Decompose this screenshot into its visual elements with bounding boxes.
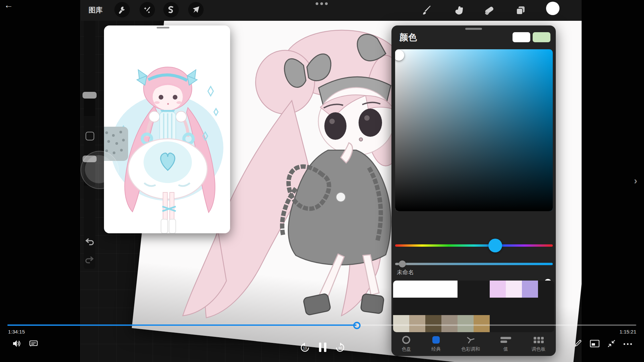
next-chevron[interactable]: › xyxy=(634,175,637,186)
video-progress-knob[interactable] xyxy=(353,322,361,329)
palette-swatch-empty[interactable] xyxy=(506,315,522,332)
top-toolbar: 图库 xyxy=(80,0,582,21)
brush-tool-button[interactable] xyxy=(420,4,433,17)
saturation-slider-knob[interactable] xyxy=(399,260,406,267)
pip-icon xyxy=(590,339,600,348)
disc-icon xyxy=(402,336,410,344)
palette-swatch-empty[interactable] xyxy=(490,298,506,315)
palette-swatch-empty[interactable] xyxy=(538,281,554,298)
eraser-tool-button[interactable] xyxy=(483,4,495,17)
pip-button[interactable] xyxy=(589,339,600,349)
actions-button[interactable] xyxy=(114,2,130,17)
palette-swatch-empty[interactable] xyxy=(474,298,490,315)
palette-swatch[interactable] xyxy=(393,315,409,332)
reference-illustration xyxy=(104,25,230,233)
palette-swatch[interactable] xyxy=(522,281,538,298)
tab-harmony[interactable]: 色彩调和 xyxy=(461,335,480,352)
collapse-arrows-icon xyxy=(607,339,616,348)
annotate-button[interactable] xyxy=(573,339,583,349)
tab-classic[interactable]: 经典 xyxy=(431,335,441,352)
player-menu-dots[interactable] xyxy=(316,2,328,5)
skip-back-label: 10 xyxy=(299,346,311,350)
volume-button[interactable] xyxy=(11,339,21,349)
adjustments-button[interactable] xyxy=(140,2,155,17)
palette-swatch[interactable] xyxy=(458,315,474,332)
palettes-icon xyxy=(534,337,544,343)
undo-icon xyxy=(85,237,95,247)
modify-button[interactable] xyxy=(86,132,94,140)
player-more-button[interactable] xyxy=(621,341,634,347)
video-progress-fill xyxy=(7,324,357,326)
player-back-button[interactable]: ← xyxy=(4,0,13,10)
layers-icon xyxy=(515,5,526,16)
palette-swatch-empty[interactable] xyxy=(474,281,490,298)
palette-swatch-empty[interactable] xyxy=(393,298,409,315)
reference-image-window[interactable] xyxy=(104,25,230,233)
paintbrush-icon xyxy=(421,5,432,16)
tab-disc[interactable]: 色盘 xyxy=(401,335,411,352)
saturation-brightness-picker[interactable] xyxy=(395,49,553,211)
selection-s-icon xyxy=(167,5,175,14)
transform-arrow-icon xyxy=(192,5,200,14)
palette-swatch-empty[interactable] xyxy=(522,315,538,332)
redo-icon xyxy=(85,255,95,265)
undo-button[interactable] xyxy=(85,237,95,247)
palette-swatch[interactable] xyxy=(409,315,425,332)
value-icon xyxy=(500,337,511,343)
tab-value[interactable]: 值 xyxy=(500,335,511,352)
palette-swatch[interactable] xyxy=(393,281,409,298)
palette-swatch[interactable] xyxy=(425,281,441,298)
palette-swatch-empty[interactable] xyxy=(522,298,538,315)
palette-swatch[interactable] xyxy=(441,281,458,298)
classic-icon xyxy=(432,336,440,344)
left-letterbox xyxy=(0,0,80,362)
selection-button[interactable] xyxy=(163,2,179,17)
palette-swatch[interactable] xyxy=(474,315,490,332)
palette-swatch-empty[interactable] xyxy=(538,315,554,332)
palette-swatch-empty[interactable] xyxy=(425,298,441,315)
hue-slider[interactable] xyxy=(395,244,553,247)
palette-swatch-empty[interactable] xyxy=(441,298,458,315)
color-panel-title: 颜色 xyxy=(399,32,417,43)
active-color-button[interactable] xyxy=(546,2,559,15)
magic-wand-icon xyxy=(143,5,152,14)
brush-size-track xyxy=(84,99,95,116)
smudge-tool-button[interactable] xyxy=(452,4,465,17)
palette-swatch[interactable] xyxy=(490,281,506,298)
hue-slider-knob[interactable] xyxy=(488,239,502,252)
wrench-icon xyxy=(118,5,126,14)
palette-swatch[interactable] xyxy=(441,315,458,332)
palette-swatch-empty[interactable] xyxy=(458,298,474,315)
pause-button[interactable] xyxy=(317,341,328,353)
palette-swatch[interactable] xyxy=(425,315,441,332)
color-panel-tab-bar: 色盘 经典 色彩调和 值 调色板 xyxy=(391,335,556,356)
palette-swatch-empty[interactable] xyxy=(538,298,554,315)
reference-window-drag-handle[interactable] xyxy=(157,27,169,28)
video-progress-track[interactable] xyxy=(7,324,636,326)
smudge-finger-icon xyxy=(453,5,464,16)
skip-back-10-button[interactable]: 10 xyxy=(299,341,311,354)
total-time-label: 1:15:21 xyxy=(620,329,636,335)
tab-palettes[interactable]: 调色板 xyxy=(532,335,546,352)
harmony-icon xyxy=(466,336,475,344)
secondary-color-swatch[interactable] xyxy=(533,32,550,42)
exit-fullscreen-button[interactable] xyxy=(606,339,616,349)
transform-button[interactable] xyxy=(188,2,204,17)
primary-color-swatch[interactable] xyxy=(513,32,530,42)
color-panel-drag-handle[interactable] xyxy=(465,28,482,30)
subtitles-button[interactable] xyxy=(29,339,39,349)
touch-indicator xyxy=(80,151,119,189)
palette-swatch-empty[interactable] xyxy=(409,298,425,315)
palette-swatch[interactable] xyxy=(409,281,425,298)
palette-swatch-empty[interactable] xyxy=(490,315,506,332)
brush-size-slider[interactable] xyxy=(83,92,97,99)
redo-button[interactable] xyxy=(85,255,95,265)
saturation-slider[interactable] xyxy=(395,263,553,265)
skip-forward-30-button[interactable]: 30 xyxy=(334,341,346,354)
layers-button[interactable] xyxy=(514,4,527,17)
skip-forward-label: 30 xyxy=(334,346,346,350)
palette-swatch[interactable] xyxy=(506,281,522,298)
palette-swatch-empty[interactable] xyxy=(458,281,474,298)
palette-swatch-empty[interactable] xyxy=(506,298,522,315)
gallery-button[interactable]: 图库 xyxy=(89,5,103,15)
